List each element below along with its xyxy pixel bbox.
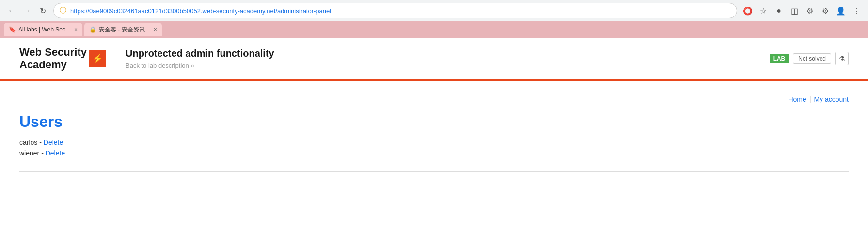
tab-close-2[interactable]: × bbox=[154, 26, 157, 33]
user-separator-carlos: - bbox=[39, 139, 44, 146]
list-item: carlos - Delete bbox=[19, 139, 849, 146]
not-solved-badge: Not solved bbox=[793, 53, 831, 64]
tab-all-labs[interactable]: 🔖 All labs | Web Sec... × bbox=[4, 23, 82, 36]
forward-button[interactable]: → bbox=[20, 4, 34, 17]
my-account-link[interactable]: My account bbox=[814, 95, 849, 103]
user-name-carlos: carlos bbox=[19, 139, 37, 146]
profile-circle-button[interactable]: ● bbox=[772, 4, 786, 17]
main-content: Home | My account Users carlos - Delete … bbox=[0, 81, 868, 191]
browser-chrome: ← → ↻ ⓘ https://0ae9009c032461aac0121d33… bbox=[0, 0, 868, 38]
lab-badge: LAB bbox=[770, 54, 789, 63]
bookmark-button[interactable]: ☆ bbox=[757, 4, 770, 17]
content-divider bbox=[19, 171, 849, 172]
address-bar[interactable]: ⓘ https://0ae9009c032461aac0121d3300b500… bbox=[53, 3, 737, 18]
person-button[interactable]: 👤 bbox=[834, 4, 848, 17]
header-info: Unprotected admin functionality Back to … bbox=[126, 48, 750, 70]
home-link[interactable]: Home bbox=[788, 95, 806, 103]
back-to-lab-link[interactable]: Back to lab description » bbox=[126, 62, 194, 69]
user-name-wiener: wiener bbox=[19, 149, 39, 157]
menu-button[interactable]: ⋮ bbox=[850, 4, 863, 17]
tab-security-news[interactable]: 🔒 安全客 - 安全资讯... × bbox=[84, 23, 162, 36]
site-header: Web Security Academy ⚡ Unprotected admin… bbox=[0, 38, 868, 81]
logo-line1: Web Security bbox=[19, 46, 87, 59]
delete-wiener-link[interactable]: Delete bbox=[46, 149, 65, 157]
tab-label-1: All labs | Web Sec... bbox=[18, 26, 70, 33]
url-display: https://0ae9009c032461aac0121d3300b50052… bbox=[70, 7, 731, 15]
page-wrapper: Web Security Academy ⚡ Unprotected admin… bbox=[0, 38, 868, 191]
settings-button[interactable]: ⚙ bbox=[803, 4, 817, 17]
tabs-bar: 🔖 All labs | Web Sec... × 🔒 安全客 - 安全资讯..… bbox=[0, 21, 868, 38]
user-separator-wiener: - bbox=[41, 149, 46, 157]
nav-buttons: ← → ↻ bbox=[5, 4, 49, 17]
list-item: wiener - Delete bbox=[19, 149, 849, 157]
reload-button[interactable]: ↻ bbox=[36, 4, 49, 17]
security-icon: ⓘ bbox=[60, 6, 66, 15]
share-button[interactable]: ⭕ bbox=[741, 4, 755, 17]
tab-favicon-2: 🔒 bbox=[89, 26, 96, 33]
extension-button[interactable]: ◫ bbox=[788, 4, 801, 17]
user-list: carlos - Delete wiener - Delete bbox=[19, 139, 849, 157]
logo-text: Web Security Academy bbox=[19, 46, 87, 72]
logo-area: Web Security Academy ⚡ bbox=[19, 46, 106, 72]
nav-separator: | bbox=[809, 95, 811, 103]
logo-icon: ⚡ bbox=[89, 50, 106, 67]
delete-carlos-link[interactable]: Delete bbox=[44, 139, 63, 146]
flask-button[interactable]: ⚗ bbox=[835, 52, 849, 65]
lab-title: Unprotected admin functionality bbox=[126, 48, 750, 59]
tab-favicon-1: 🔖 bbox=[9, 26, 16, 33]
lab-status-area: LAB Not solved ⚗ bbox=[770, 52, 849, 65]
page-heading: Users bbox=[19, 113, 849, 131]
logo-line2: Academy bbox=[19, 59, 87, 71]
puzzle-button[interactable]: ⚙ bbox=[819, 4, 832, 17]
tab-close-1[interactable]: × bbox=[74, 26, 78, 33]
back-button[interactable]: ← bbox=[5, 4, 18, 17]
browser-toolbar: ← → ↻ ⓘ https://0ae9009c032461aac0121d33… bbox=[0, 0, 868, 21]
top-nav: Home | My account bbox=[19, 95, 849, 103]
toolbar-icons: ⭕ ☆ ● ◫ ⚙ ⚙ 👤 ⋮ bbox=[741, 4, 863, 17]
tab-label-2: 安全客 - 安全资讯... bbox=[99, 26, 150, 34]
